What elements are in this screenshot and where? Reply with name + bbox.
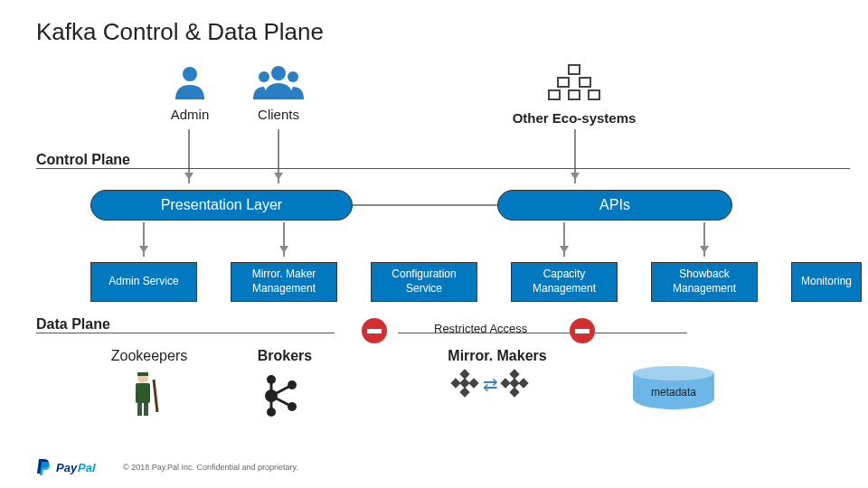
svg-rect-12 [136, 383, 150, 403]
no-entry-icon [570, 318, 595, 343]
svg-rect-9 [589, 90, 599, 99]
arrow-svc1 [143, 222, 145, 257]
actor-clients: Clients [242, 63, 315, 122]
control-plane-label: Control Plane [36, 152, 130, 168]
user-icon [172, 63, 208, 99]
footer: Pay Pal © 2018 Pay.Pal Inc. Confidential… [36, 457, 298, 477]
eco-label: Other Eco-systems [502, 110, 646, 126]
slide-title: Kafka Control & Data Plane [36, 18, 324, 46]
svg-point-3 [288, 71, 298, 82]
no-entry-icon [362, 318, 387, 343]
arrow-clients-down [278, 129, 279, 183]
eco-icon [547, 63, 601, 103]
arrow-svc2 [283, 222, 285, 257]
layer-connector [353, 204, 497, 206]
clients-label: Clients [242, 107, 315, 122]
svg-point-0 [183, 67, 197, 81]
paypal-logo-icon: Pay Pal [36, 457, 108, 477]
presentation-layer-box: Presentation Layer [90, 190, 353, 221]
actor-eco: Other Eco-systems [502, 63, 646, 126]
zookeeper-icon [127, 369, 163, 422]
svg-rect-5 [558, 78, 569, 87]
mirrormakers-label: Mirror. Makers [434, 348, 561, 364]
sync-icon: ⇄ [483, 373, 498, 395]
mirrormaker-mgmt-box: Mirror. Maker Management [231, 262, 337, 302]
control-plane-divider [36, 168, 850, 169]
svg-rect-11 [137, 372, 148, 376]
admin-service-box: Admin Service [90, 262, 197, 302]
arrow-svc5 [703, 222, 705, 257]
hex-cluster-icon [452, 371, 479, 398]
svg-rect-4 [569, 65, 580, 74]
showback-mgmt-box: Showback Management [651, 262, 758, 302]
zookeepers-label: Zookeepers [95, 348, 203, 364]
kafka-icon [258, 371, 303, 424]
arrow-admin-down [188, 129, 190, 183]
mirrormaker-icon: ⇄ [452, 371, 529, 398]
metadata-label: metadata [633, 386, 714, 399]
data-plane-label: Data Plane [36, 316, 110, 333]
svg-point-1 [271, 66, 286, 80]
brokers-label: Brokers [240, 348, 330, 364]
users-icon [251, 63, 306, 99]
svg-rect-14 [144, 403, 148, 416]
svg-rect-6 [580, 78, 590, 87]
svg-point-2 [259, 71, 269, 82]
arrow-svc4 [563, 222, 565, 257]
restricted-access-label: Restricted Access [434, 322, 527, 335]
svg-text:Pal: Pal [78, 461, 96, 474]
footer-copyright: © 2018 Pay.Pal Inc. Confidential and pro… [123, 463, 298, 472]
svg-text:Pay: Pay [56, 461, 78, 474]
monitoring-box: Monitoring [791, 262, 862, 302]
admin-label: Admin [158, 107, 222, 122]
data-plane-divider-left [36, 333, 335, 333]
svg-line-15 [154, 380, 157, 412]
configuration-service-box: Configuration Service [371, 262, 477, 302]
apis-layer-box: APIs [497, 190, 732, 221]
svg-rect-7 [549, 90, 560, 99]
hex-cluster-icon [502, 371, 529, 398]
svg-rect-8 [569, 90, 580, 99]
metadata-db: metadata [633, 366, 714, 416]
capacity-mgmt-box: Capacity Management [511, 262, 618, 302]
arrow-eco-down [574, 129, 576, 183]
svg-rect-13 [137, 403, 142, 416]
actor-admin: Admin [158, 63, 222, 122]
